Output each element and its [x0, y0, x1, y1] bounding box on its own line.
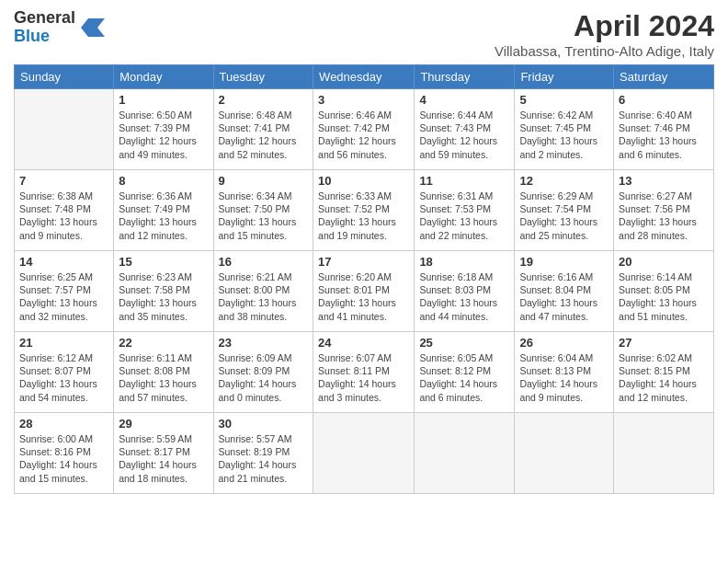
- day-number: 22: [119, 336, 208, 350]
- calendar-cell: 30Sunrise: 5:57 AMSunset: 8:19 PMDayligh…: [213, 413, 313, 494]
- calendar-header-row: Sunday Monday Tuesday Wednesday Thursday…: [15, 65, 714, 89]
- day-number: 28: [19, 417, 108, 431]
- calendar-cell: 5Sunrise: 6:42 AMSunset: 7:45 PMDaylight…: [515, 89, 614, 170]
- col-sunday: Sunday: [15, 65, 114, 89]
- calendar-cell: 23Sunrise: 6:09 AMSunset: 8:09 PMDayligh…: [213, 332, 313, 413]
- calendar-cell: 18Sunrise: 6:18 AMSunset: 8:03 PMDayligh…: [415, 251, 515, 332]
- logo: General Blue: [14, 9, 105, 46]
- calendar-cell: 21Sunrise: 6:12 AMSunset: 8:07 PMDayligh…: [15, 332, 114, 413]
- day-number: 1: [119, 93, 208, 107]
- day-info: Sunrise: 6:16 AMSunset: 8:04 PMDaylight:…: [519, 270, 609, 323]
- day-number: 6: [619, 93, 709, 107]
- day-number: 14: [19, 255, 108, 269]
- day-info: Sunrise: 5:59 AMSunset: 8:17 PMDaylight:…: [119, 432, 208, 485]
- day-number: 24: [318, 336, 409, 350]
- logo-icon: [79, 15, 105, 40]
- logo-blue: Blue: [14, 28, 75, 46]
- calendar-cell: 10Sunrise: 6:33 AMSunset: 7:52 PMDayligh…: [313, 170, 415, 251]
- week-row-5: 28Sunrise: 6:00 AMSunset: 8:16 PMDayligh…: [15, 413, 714, 494]
- main-title: April 2024: [495, 9, 714, 43]
- day-info: Sunrise: 6:36 AMSunset: 7:49 PMDaylight:…: [119, 190, 208, 242]
- day-number: 17: [318, 255, 409, 269]
- week-row-1: 1Sunrise: 6:50 AMSunset: 7:39 PMDaylight…: [15, 89, 714, 170]
- day-number: 13: [619, 174, 709, 188]
- day-number: 5: [519, 93, 609, 107]
- logo-general: General: [14, 9, 75, 28]
- day-info: Sunrise: 5:57 AMSunset: 8:19 PMDaylight:…: [219, 432, 309, 485]
- day-number: 18: [419, 255, 509, 269]
- day-info: Sunrise: 6:27 AMSunset: 7:56 PMDaylight:…: [619, 190, 709, 242]
- day-number: 12: [519, 174, 609, 188]
- day-info: Sunrise: 6:05 AMSunset: 8:12 PMDaylight:…: [419, 351, 509, 404]
- day-info: Sunrise: 6:40 AMSunset: 7:46 PMDaylight:…: [619, 109, 709, 161]
- calendar-cell: 14Sunrise: 6:25 AMSunset: 7:57 PMDayligh…: [15, 251, 114, 332]
- day-info: Sunrise: 6:20 AMSunset: 8:01 PMDaylight:…: [318, 270, 409, 323]
- calendar-cell: 26Sunrise: 6:04 AMSunset: 8:13 PMDayligh…: [515, 332, 614, 413]
- day-info: Sunrise: 6:25 AMSunset: 7:57 PMDaylight:…: [19, 270, 108, 323]
- day-number: 15: [119, 255, 208, 269]
- calendar-cell: 28Sunrise: 6:00 AMSunset: 8:16 PMDayligh…: [15, 413, 114, 494]
- day-info: Sunrise: 6:29 AMSunset: 7:54 PMDaylight:…: [519, 190, 609, 242]
- calendar-cell: [614, 413, 714, 494]
- calendar-cell: 20Sunrise: 6:14 AMSunset: 8:05 PMDayligh…: [614, 251, 714, 332]
- day-info: Sunrise: 6:18 AMSunset: 8:03 PMDaylight:…: [419, 270, 509, 323]
- day-number: 10: [318, 174, 409, 188]
- week-row-3: 14Sunrise: 6:25 AMSunset: 7:57 PMDayligh…: [15, 251, 714, 332]
- calendar-cell: 25Sunrise: 6:05 AMSunset: 8:12 PMDayligh…: [415, 332, 515, 413]
- calendar-cell: 27Sunrise: 6:02 AMSunset: 8:15 PMDayligh…: [614, 332, 714, 413]
- day-number: 30: [219, 417, 309, 431]
- day-number: 2: [219, 93, 309, 107]
- col-friday: Friday: [515, 65, 614, 89]
- day-number: 26: [519, 336, 609, 350]
- day-number: 27: [619, 336, 709, 350]
- day-info: Sunrise: 6:31 AMSunset: 7:53 PMDaylight:…: [419, 190, 509, 242]
- day-number: 11: [419, 174, 509, 188]
- day-number: 3: [318, 93, 409, 107]
- day-info: Sunrise: 6:02 AMSunset: 8:15 PMDaylight:…: [619, 351, 709, 404]
- day-info: Sunrise: 6:50 AMSunset: 7:39 PMDaylight:…: [119, 109, 208, 161]
- calendar-cell: 3Sunrise: 6:46 AMSunset: 7:42 PMDaylight…: [313, 89, 415, 170]
- col-saturday: Saturday: [614, 65, 714, 89]
- day-info: Sunrise: 6:21 AMSunset: 8:00 PMDaylight:…: [219, 270, 309, 323]
- calendar-cell: 17Sunrise: 6:20 AMSunset: 8:01 PMDayligh…: [313, 251, 415, 332]
- day-info: Sunrise: 6:11 AMSunset: 8:08 PMDaylight:…: [119, 351, 208, 404]
- day-number: 4: [419, 93, 509, 107]
- subtitle: Villabassa, Trentino-Alto Adige, Italy: [495, 43, 714, 59]
- calendar-cell: 24Sunrise: 6:07 AMSunset: 8:11 PMDayligh…: [313, 332, 415, 413]
- day-info: Sunrise: 6:38 AMSunset: 7:48 PMDaylight:…: [19, 190, 108, 242]
- calendar-cell: 15Sunrise: 6:23 AMSunset: 7:58 PMDayligh…: [114, 251, 213, 332]
- day-number: 21: [19, 336, 108, 350]
- calendar-cell: [515, 413, 614, 494]
- title-section: April 2024 Villabassa, Trentino-Alto Adi…: [495, 9, 714, 59]
- day-info: Sunrise: 6:46 AMSunset: 7:42 PMDaylight:…: [318, 109, 409, 161]
- calendar-cell: 16Sunrise: 6:21 AMSunset: 8:00 PMDayligh…: [213, 251, 313, 332]
- day-info: Sunrise: 6:34 AMSunset: 7:50 PMDaylight:…: [219, 190, 309, 242]
- calendar-cell: 19Sunrise: 6:16 AMSunset: 8:04 PMDayligh…: [515, 251, 614, 332]
- day-number: 7: [19, 174, 108, 188]
- day-info: Sunrise: 6:12 AMSunset: 8:07 PMDaylight:…: [19, 351, 108, 404]
- calendar-cell: 2Sunrise: 6:48 AMSunset: 7:41 PMDaylight…: [213, 89, 313, 170]
- day-number: 19: [519, 255, 609, 269]
- day-info: Sunrise: 6:09 AMSunset: 8:09 PMDaylight:…: [219, 351, 309, 404]
- calendar-cell: 1Sunrise: 6:50 AMSunset: 7:39 PMDaylight…: [114, 89, 213, 170]
- day-number: 9: [219, 174, 309, 188]
- calendar-cell: 11Sunrise: 6:31 AMSunset: 7:53 PMDayligh…: [415, 170, 515, 251]
- day-info: Sunrise: 6:14 AMSunset: 8:05 PMDaylight:…: [619, 270, 709, 323]
- week-row-4: 21Sunrise: 6:12 AMSunset: 8:07 PMDayligh…: [15, 332, 714, 413]
- col-tuesday: Tuesday: [213, 65, 313, 89]
- calendar-cell: 6Sunrise: 6:40 AMSunset: 7:46 PMDaylight…: [614, 89, 714, 170]
- page-header: General Blue April 2024 Villabassa, Tren…: [14, 9, 714, 59]
- calendar-cell: 22Sunrise: 6:11 AMSunset: 8:08 PMDayligh…: [114, 332, 213, 413]
- logo-text: General Blue: [14, 9, 75, 46]
- calendar-cell: 12Sunrise: 6:29 AMSunset: 7:54 PMDayligh…: [515, 170, 614, 251]
- day-info: Sunrise: 6:04 AMSunset: 8:13 PMDaylight:…: [519, 351, 609, 404]
- day-info: Sunrise: 6:48 AMSunset: 7:41 PMDaylight:…: [219, 109, 309, 161]
- calendar-cell: [415, 413, 515, 494]
- calendar-cell: [15, 89, 114, 170]
- day-info: Sunrise: 6:42 AMSunset: 7:45 PMDaylight:…: [519, 109, 609, 161]
- day-number: 23: [219, 336, 309, 350]
- day-info: Sunrise: 6:00 AMSunset: 8:16 PMDaylight:…: [19, 432, 108, 485]
- day-info: Sunrise: 6:07 AMSunset: 8:11 PMDaylight:…: [318, 351, 409, 404]
- day-number: 8: [119, 174, 208, 188]
- svg-marker-0: [81, 18, 105, 37]
